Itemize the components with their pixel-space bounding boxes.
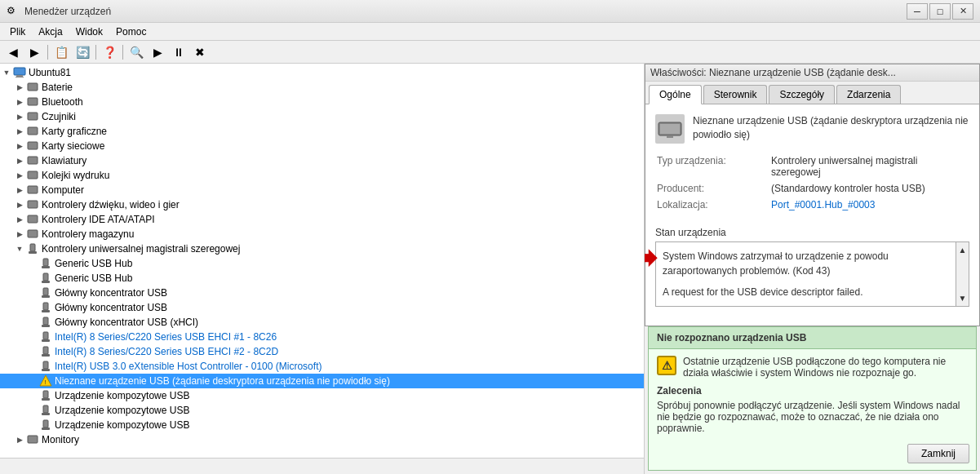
tree-item-usbIntel2[interactable]: Intel(R) 8 Series/C220 Series USB EHCI #… <box>0 344 644 359</box>
tree-toggle[interactable]: ▶ <box>13 125 26 138</box>
menu-akcja[interactable]: Akcja <box>32 24 69 39</box>
tree-item-label: Kontrolery dźwięku, wideo i gier <box>42 199 180 210</box>
tree-toggle[interactable]: ▶ <box>13 140 26 153</box>
uninstall-button[interactable]: ✖ <box>190 43 210 61</box>
tree-toggle[interactable]: ▶ <box>13 110 26 123</box>
left-status-bar <box>0 458 644 474</box>
menu-plik[interactable]: Plik <box>3 24 32 39</box>
usb-popup-close-row: Zamknij <box>649 441 976 470</box>
tree-item-kartySiec[interactable]: ▶Karty sieciowe <box>0 139 644 153</box>
tree-item-root[interactable]: ▼Ubuntu81 <box>0 65 644 80</box>
refresh-button[interactable]: 🔄 <box>73 43 92 61</box>
tree-item-usbHub2[interactable]: Generic USB Hub <box>0 271 644 286</box>
properties-button[interactable]: 📋 <box>51 43 71 61</box>
tree-item-icon <box>26 184 39 197</box>
usb-notification-popup: Nie rozpoznano urządzenia USB ⚠ Ostatnie… <box>648 326 977 471</box>
menu-pomoc[interactable]: Pomoc <box>109 24 153 39</box>
svg-rect-29 <box>42 354 50 357</box>
props-table: Typ urządzenia: Kontrolery uniwersalnej … <box>655 153 969 217</box>
tree-item-bluetooth[interactable]: ▶Bluetooth <box>0 95 644 109</box>
toolbar-sep-2 <box>95 45 96 60</box>
tree-item-label: Główny koncentrator USB (xHCI) <box>55 317 198 328</box>
tree-item-icon <box>26 140 39 153</box>
tree-item-usbNiezn[interactable]: !Nieznane urządzenie USB (żądanie deskry… <box>0 374 644 388</box>
tree-toggle <box>26 286 39 299</box>
usb-warning-row: ⚠ Ostatnie urządzenie USB podłączone do … <box>657 356 968 379</box>
tree-item-icon <box>39 257 52 270</box>
tree-item-label: Kontrolery uniwersalnej magistrali szere… <box>42 243 240 255</box>
forward-button[interactable]: ▶ <box>24 43 44 61</box>
tree-toggle[interactable]: ▶ <box>13 81 26 94</box>
tree-item-kontrolerDzw[interactable]: ▶Kontrolery dźwięku, wideo i gier <box>0 197 644 212</box>
tab-szczegoly[interactable]: Szczegóły <box>769 85 835 104</box>
tree-item-usbKomp3[interactable]: Urządzenie kompozytowe USB <box>0 418 644 432</box>
tree-item-komputer[interactable]: ▶Komputer <box>0 183 644 197</box>
tree-item-kontrolerUsb[interactable]: ▼Kontrolery uniwersalnej magistrali szer… <box>0 241 644 256</box>
tree-toggle[interactable]: ▶ <box>13 154 26 167</box>
tab-sterownik[interactable]: Sterownik <box>703 85 768 104</box>
tree-item-usbIntel1[interactable]: Intel(R) 8 Series/C220 Series USB EHCI #… <box>0 330 644 344</box>
tree-toggle <box>26 301 39 314</box>
tree-toggle[interactable]: ▼ <box>13 242 26 255</box>
svg-rect-35 <box>42 398 50 401</box>
tree-item-usbIntel3[interactable]: Intel(R) USB 3.0 eXtensible Host Control… <box>0 359 644 374</box>
help-button[interactable]: ❓ <box>100 43 119 61</box>
tree-item-label: Generic USB Hub <box>55 258 132 269</box>
tree-item-kolejki[interactable]: ▶Kolejki wydruku <box>0 168 644 183</box>
produc-label: Producent: <box>657 183 771 194</box>
tree-item-icon <box>39 360 52 373</box>
tree-item-icon <box>26 81 39 94</box>
tree-toggle[interactable]: ▶ <box>13 433 26 446</box>
tab-ogolne[interactable]: Ogólne <box>649 85 702 104</box>
svg-rect-19 <box>42 281 50 283</box>
svg-rect-12 <box>28 215 38 223</box>
tree-item-usbHub1[interactable]: Generic USB Hub <box>0 256 644 271</box>
tree-item-usbKomp2[interactable]: Urządzenie kompozytowe USB <box>0 403 644 418</box>
tree-item-label: Baterie <box>42 82 73 93</box>
tree-item-czujniki[interactable]: ▶Czujniki <box>0 109 644 124</box>
back-button[interactable]: ◀ <box>3 43 23 61</box>
tree-item-label: Kolejki wydruku <box>42 170 109 181</box>
tree-toggle[interactable]: ▶ <box>13 184 26 197</box>
tree-toggle[interactable]: ▶ <box>13 213 26 226</box>
tree-item-usbKonc1[interactable]: Główny koncentrator USB <box>0 286 644 300</box>
status-scrollbar[interactable]: ▲ ▼ <box>956 242 969 306</box>
status-box: System Windows zatrzymał to urządzenie z… <box>655 241 969 307</box>
tree-item-usbKonc3[interactable]: Główny koncentrator USB (xHCI) <box>0 315 644 330</box>
maximize-button[interactable]: □ <box>929 3 951 20</box>
local-label: Lokalizacja: <box>657 199 771 210</box>
enable-button[interactable]: ▶ <box>148 43 167 61</box>
tree-item-baterie[interactable]: ▶Baterie <box>0 80 644 95</box>
tree-item-label: Karty graficzne <box>42 126 107 137</box>
usb-warning-text: Ostatnie urządzenie USB podłączone do te… <box>683 356 968 379</box>
tree-item-kartyGraf[interactable]: ▶Karty graficzne <box>0 124 644 139</box>
scan-button[interactable]: 🔍 <box>126 43 146 61</box>
status-text-1: System Windows zatrzymał to urządzenie z… <box>663 249 962 278</box>
tree-toggle[interactable]: ▶ <box>13 228 26 241</box>
tree-toggle[interactable]: ▼ <box>0 66 13 79</box>
svg-rect-37 <box>42 413 50 415</box>
tree-item-klawiatury[interactable]: ▶Klawiatury <box>0 153 644 168</box>
zamknij-button[interactable]: Zamknij <box>907 444 969 463</box>
tree-toggle <box>26 316 39 329</box>
tree-toggle[interactable]: ▶ <box>13 169 26 182</box>
tree-item-usbKonc2[interactable]: Główny koncentrator USB <box>0 300 644 315</box>
device-tree[interactable]: ▼Ubuntu81▶Baterie▶Bluetooth▶Czujniki▶Kar… <box>0 64 644 458</box>
tree-item-icon <box>26 228 39 241</box>
menu-widok[interactable]: Widok <box>69 24 109 39</box>
tree-toggle[interactable]: ▶ <box>13 95 26 109</box>
tree-item-kontrolerIde[interactable]: ▶Kontrolery IDE ATA/ATAPI <box>0 212 644 227</box>
tree-item-usbKomp1[interactable]: Urządzenie kompozytowe USB <box>0 388 644 403</box>
tree-item-label: Monitory <box>42 434 79 445</box>
tab-zdarzenia[interactable]: Zdarzenia <box>836 85 901 104</box>
close-button[interactable]: ✕ <box>952 3 973 20</box>
disable-button[interactable]: ⏸ <box>169 43 188 61</box>
tree-toggle[interactable]: ▶ <box>13 198 26 211</box>
svg-rect-31 <box>42 369 50 371</box>
minimize-button[interactable]: ─ <box>907 3 928 20</box>
local-value[interactable]: Port_#0001.Hub_#0003 <box>771 199 875 210</box>
svg-rect-17 <box>42 266 50 268</box>
tree-item-monitory[interactable]: ▶Monitory <box>0 432 644 447</box>
tree-item-kontrolerMag[interactable]: ▶Kontrolery magazynu <box>0 227 644 241</box>
svg-rect-23 <box>42 310 50 312</box>
